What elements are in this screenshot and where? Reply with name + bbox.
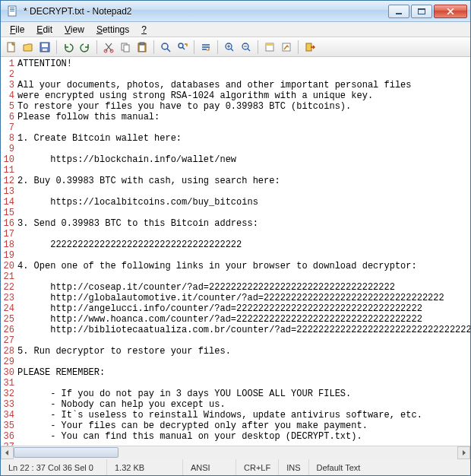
editor-area[interactable]: 1ATTENTION!23All your documents, photos,… (1, 57, 470, 446)
editor-line[interactable]: 35 - Your files can be decrypted only af… (1, 420, 470, 431)
editor-line[interactable]: 36 - You can find this manual on your de… (1, 431, 470, 442)
horizontal-scrollbar[interactable] (1, 446, 470, 459)
zoom-in-button[interactable] (222, 40, 237, 55)
line-text[interactable] (16, 250, 17, 261)
editor-line[interactable]: 34 - It`s useless to reinstall Windows, … (1, 410, 470, 420)
undo-button[interactable] (61, 40, 76, 55)
line-text[interactable]: - Your files can be decrypted only after… (16, 420, 368, 431)
line-text[interactable] (16, 186, 17, 197)
replace-button[interactable] (175, 40, 190, 55)
line-text[interactable]: All your documents, photos, databases an… (16, 80, 411, 90)
line-text[interactable] (16, 165, 17, 176)
line-text[interactable]: To restore your files you have to pay 0.… (16, 101, 351, 112)
find-button[interactable] (158, 40, 173, 55)
editor-line[interactable]: 163. Send 0.39983 BTC to this Bitcoin ad… (1, 218, 470, 229)
menu-settings[interactable]: Settings (90, 23, 135, 36)
line-text[interactable]: - If you do not pay in 3 days YOU LOOSE … (16, 389, 351, 399)
scheme-button[interactable] (262, 40, 277, 55)
editor-line[interactable]: 3All your documents, photos, databases a… (1, 80, 470, 90)
editor-line[interactable]: 5To restore your files you have to pay 0… (1, 101, 470, 112)
word-wrap-button[interactable] (198, 40, 213, 55)
line-text[interactable] (16, 335, 17, 346)
editor-line[interactable]: 23 http://globalautomotive.it/counter/?a… (1, 293, 470, 303)
line-text[interactable]: - You can find this manual on your deskt… (16, 431, 362, 442)
line-text[interactable] (16, 69, 17, 80)
editor-line[interactable]: 2 (1, 69, 470, 80)
line-text[interactable]: http://bibliotecaatualiza.com.br/counter… (16, 325, 470, 335)
editor-line[interactable]: 32 - If you do not pay in 3 days YOU LOO… (1, 389, 470, 399)
editor-line[interactable]: 24 http://angelucci.info/counter/?ad=222… (1, 303, 470, 314)
editor-line[interactable]: 6Please follow this manual: (1, 112, 470, 122)
editor-line[interactable]: 81. Create Bitcoin wallet here: (1, 133, 470, 144)
line-text[interactable] (16, 122, 17, 133)
line-text[interactable]: - It`s useless to reinstall Windows, upd… (16, 410, 422, 420)
scroll-track[interactable] (14, 446, 457, 459)
save-button[interactable] (37, 40, 52, 55)
scroll-right-button[interactable] (457, 446, 470, 459)
line-text[interactable]: http://www.hoanca.com/counter/?ad=222222… (16, 314, 422, 325)
line-text[interactable] (16, 271, 17, 282)
editor-line[interactable]: 18 22222222222222222222222222222222222 (1, 240, 470, 250)
menu-help[interactable]: ? (135, 23, 153, 36)
line-text[interactable]: 2. Buy 0.39983 BTC with cash, using sear… (16, 176, 280, 186)
editor-line[interactable]: 17 (1, 229, 470, 240)
line-text[interactable]: http://angelucci.info/counter/?ad=222222… (16, 303, 422, 314)
line-text[interactable]: 5. Run decryptor to restore your files. (16, 346, 231, 357)
menu-view[interactable]: View (58, 23, 90, 36)
titlebar[interactable]: * DECRYPT.txt - Notepad2 (1, 1, 470, 22)
zoom-out-button[interactable] (239, 40, 254, 55)
exit-button[interactable] (302, 40, 318, 55)
editor-line[interactable]: 15 (1, 208, 470, 218)
editor-line[interactable]: 19 (1, 250, 470, 261)
editor-line[interactable]: 21 (1, 271, 470, 282)
line-text[interactable] (16, 208, 17, 218)
scroll-thumb[interactable] (14, 447, 119, 458)
line-text[interactable]: 4. Open one of the following links in yo… (16, 261, 417, 271)
line-text[interactable]: 22222222222222222222222222222222222 (16, 240, 242, 250)
line-text[interactable] (16, 378, 17, 389)
menu-edit[interactable]: Edit (30, 23, 58, 36)
line-text[interactable] (16, 144, 17, 154)
editor-line[interactable]: 30PLEASE REMEMBER: (1, 367, 470, 378)
editor-line[interactable]: 26 http://bibliotecaatualiza.com.br/coun… (1, 325, 470, 335)
redo-button[interactable] (77, 40, 93, 55)
editor-line[interactable]: 13 (1, 186, 470, 197)
line-text[interactable]: 3. Send 0.39983 BTC to this Bitcoin addr… (16, 218, 258, 229)
line-text[interactable] (16, 357, 17, 367)
editor-line[interactable]: 122. Buy 0.39983 BTC with cash, using se… (1, 176, 470, 186)
line-text[interactable] (16, 229, 17, 240)
line-text[interactable]: PLEASE REMEMBER: (16, 367, 105, 378)
maximize-button[interactable] (411, 5, 432, 18)
line-text[interactable]: ATTENTION! (16, 59, 72, 69)
new-file-button[interactable] (4, 40, 19, 55)
editor-line[interactable]: 204. Open one of the following links in … (1, 261, 470, 271)
line-text[interactable]: Please follow this manual: (16, 112, 160, 122)
line-text[interactable]: - Nobody can help you except us. (16, 399, 226, 410)
copy-button[interactable] (118, 40, 133, 55)
editor-line[interactable]: 9 (1, 144, 470, 154)
line-text[interactable]: were encrypted using strong RSA-1024 alg… (16, 90, 373, 101)
line-text[interactable]: 1. Create Bitcoin wallet here: (16, 133, 182, 144)
editor-line[interactable]: 14 https://localbitcoins.com/buy_bitcoin… (1, 197, 470, 208)
paste-button[interactable] (134, 40, 150, 55)
editor-line[interactable]: 11 (1, 165, 470, 176)
editor-line[interactable]: 1ATTENTION! (1, 59, 470, 69)
editor-line[interactable]: 29 (1, 357, 470, 367)
line-text[interactable]: https://localbitcoins.com/buy_bitcoins (16, 197, 258, 208)
editor-line[interactable]: 7 (1, 122, 470, 133)
menu-file[interactable]: File (4, 23, 30, 36)
customize-button[interactable] (279, 40, 294, 55)
line-text[interactable]: http://coseap.it/counter/?ad=22222222222… (16, 282, 395, 293)
editor-line[interactable]: 10 https://blockchain.info/wallet/new (1, 154, 470, 165)
editor-line[interactable]: 22 http://coseap.it/counter/?ad=22222222… (1, 282, 470, 293)
cut-button[interactable] (101, 40, 116, 55)
line-text[interactable]: http://globalautomotive.it/counter/?ad=2… (16, 293, 444, 303)
minimize-button[interactable] (388, 5, 409, 18)
close-button[interactable] (434, 5, 467, 18)
editor-line[interactable]: 31 (1, 378, 470, 389)
line-text[interactable]: https://blockchain.info/wallet/new (16, 154, 236, 165)
editor-line[interactable]: 4were encrypted using strong RSA-1024 al… (1, 90, 470, 101)
open-file-button[interactable] (21, 40, 36, 55)
editor-line[interactable]: 33 - Nobody can help you except us. (1, 399, 470, 410)
editor-line[interactable]: 25 http://www.hoanca.com/counter/?ad=222… (1, 314, 470, 325)
